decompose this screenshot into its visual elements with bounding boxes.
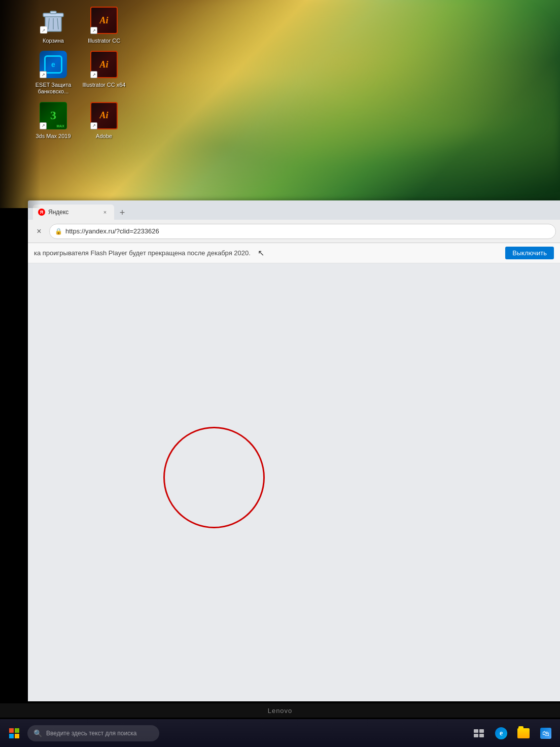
desktop: ↗ Корзина ↗ Illustrator CC	[0, 0, 560, 208]
explorer-icon	[517, 728, 530, 738]
illustrator-x64-icon[interactable]: ↗ Illustrator CC x64	[81, 49, 127, 95]
svg-rect-8	[9, 728, 14, 733]
3dsmax-image: 3 MAX ↗	[38, 100, 68, 131]
store-icon: 🛍	[540, 728, 551, 739]
illustrator-x64-image: ↗	[89, 49, 119, 80]
address-bar-row: × 🔒 https://yandex.ru/?clid=2233626	[28, 220, 560, 243]
icon-shortcut-arrow: ↗	[90, 27, 97, 34]
flash-notice-text: ка проигрывателя Flash Player будет прек…	[34, 249, 251, 257]
adobe-shortcut-arrow: ↗	[90, 122, 97, 129]
eset-shortcut-arrow: ↗	[40, 71, 47, 78]
illustrator-cc-image: ↗	[89, 5, 119, 36]
max-label: MAX	[56, 124, 64, 128]
icon-row-1: e ↗ ESET Защита банковско... ↗ Illustrat…	[30, 49, 172, 95]
adobe-label: Adobe	[96, 133, 112, 140]
windows-logo	[9, 728, 20, 739]
recycle-bin-svg: ↗	[40, 7, 66, 33]
svg-rect-10	[9, 734, 14, 738]
illustrator-cc-label: Illustrator CC	[88, 38, 120, 44]
task-view-icon	[474, 729, 484, 737]
url-text: https://yandex.ru/?clid=2233626	[65, 227, 159, 235]
eset-label: ESET Защита банковско...	[32, 82, 75, 95]
tab-close-button[interactable]: ×	[101, 208, 109, 216]
illustrator-cc-icon[interactable]: ↗ Illustrator CC	[81, 5, 127, 44]
recycle-bin-image: ↗	[38, 5, 68, 36]
cursor-indicator: ↖	[258, 248, 264, 258]
3dsmax-icon[interactable]: 3 MAX ↗ 3ds Max 2019	[30, 100, 76, 140]
lenovo-brand-label: Lenovo	[0, 703, 560, 718]
adobe-icon[interactable]: ↗ Adobe	[81, 100, 127, 140]
browser-window: Я Яндекс × + × 🔒 https://yandex.ru/?clid…	[28, 200, 560, 701]
adobe-image: ↗	[89, 100, 119, 131]
illustrator-x64-label: Illustrator CC x64	[83, 82, 126, 88]
desktop-icons-container: ↗ Корзина ↗ Illustrator CC	[30, 0, 172, 208]
tab-favicon: Я	[38, 209, 45, 216]
eset-icon-inner: e	[44, 55, 62, 74]
taskbar-search-bar[interactable]: 🔍 Введите здесь текст для поиска	[27, 725, 159, 741]
task-view-button[interactable]	[469, 723, 489, 743]
taskbar-icons-group: e 🛍	[469, 723, 556, 743]
svg-text:↗: ↗	[42, 28, 46, 33]
taskbar-search-icon: 🔍	[33, 729, 42, 737]
svg-rect-2	[50, 11, 56, 14]
taskbar: 🔍 Введите здесь текст для поиска e 🛍	[0, 719, 560, 747]
store-button[interactable]: 🛍	[536, 723, 556, 743]
lenovo-text: Lenovo	[268, 707, 293, 715]
recycle-bin-icon[interactable]: ↗ Корзина	[30, 5, 76, 44]
eset-icon[interactable]: e ↗ ESET Защита банковско...	[30, 49, 76, 95]
svg-rect-11	[15, 734, 19, 738]
icon-row-0: ↗ Корзина ↗ Illustrator CC	[30, 5, 172, 44]
eset-image: e ↗	[38, 49, 68, 80]
recycle-bin-label: Корзина	[43, 38, 64, 44]
edge-browser-button[interactable]: e	[491, 723, 511, 743]
icon-row-2: 3 MAX ↗ 3ds Max 2019 ↗ Adobe	[30, 100, 172, 140]
taskbar-search-text: Введите здесь текст для поиска	[46, 730, 136, 737]
start-button[interactable]	[4, 723, 24, 743]
ai-x64-arrow: ↗	[90, 71, 97, 78]
disable-flash-button[interactable]: Выключить	[505, 247, 554, 259]
edge-icon: e	[495, 727, 507, 739]
lock-icon: 🔒	[55, 228, 62, 235]
tab-title: Яндекс	[48, 209, 68, 216]
max-shortcut-arrow: ↗	[40, 122, 47, 129]
file-explorer-button[interactable]	[513, 723, 534, 743]
address-bar[interactable]: 🔒 https://yandex.ru/?clid=2233626	[49, 224, 556, 239]
browser-content	[28, 263, 560, 701]
red-circle-annotation	[163, 427, 265, 528]
back-button[interactable]: ×	[32, 224, 46, 239]
3dsmax-label: 3ds Max 2019	[36, 133, 71, 140]
svg-rect-9	[15, 728, 19, 733]
flash-notification-bar: ка проигрывателя Flash Player будет прек…	[28, 243, 560, 263]
